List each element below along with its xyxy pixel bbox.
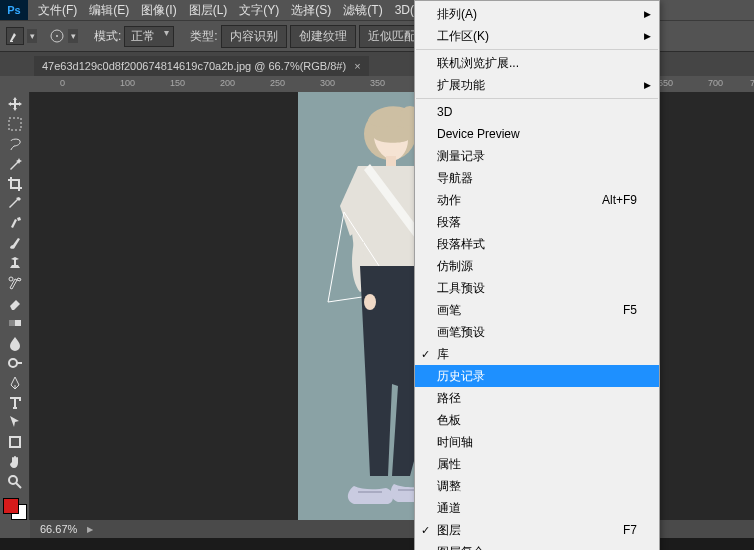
menu-item[interactable]: Device Preview (415, 123, 659, 145)
eraser-tool[interactable] (4, 293, 26, 313)
menu-item[interactable]: 时间轴 (415, 431, 659, 453)
menu-filter[interactable]: 滤镜(T) (337, 0, 388, 21)
zoom-tool[interactable] (4, 472, 26, 492)
dodge-tool[interactable] (4, 353, 26, 373)
menu-item-label: 画笔预设 (437, 324, 637, 341)
color-swatches[interactable] (3, 498, 27, 520)
menu-item[interactable]: 画笔F5 (415, 299, 659, 321)
menu-item-label: 路径 (437, 390, 637, 407)
document-tab[interactable]: 47e63d129c0d8f200674814619c70a2b.jpg @ 6… (34, 56, 369, 76)
type-tool[interactable] (4, 393, 26, 413)
menu-item-label: 色板 (437, 412, 637, 429)
magic-wand-tool[interactable] (4, 154, 26, 174)
crop-tool[interactable] (4, 174, 26, 194)
menu-item-label: 导航器 (437, 170, 637, 187)
menu-type[interactable]: 文字(Y) (233, 0, 285, 21)
menu-file[interactable]: 文件(F) (32, 0, 83, 21)
menu-item[interactable]: 工具预设 (415, 277, 659, 299)
check-icon: ✓ (421, 524, 430, 537)
menu-item[interactable]: 导航器 (415, 167, 659, 189)
brush-size-icon[interactable] (49, 28, 65, 44)
menu-item[interactable]: 历史记录 (415, 365, 659, 387)
lasso-tool[interactable] (4, 134, 26, 154)
tab-close-icon[interactable]: × (354, 60, 360, 72)
menu-item[interactable]: 图层复合 (415, 541, 659, 550)
app-logo: Ps (0, 0, 28, 20)
menu-item[interactable]: 路径 (415, 387, 659, 409)
gradient-tool[interactable] (4, 313, 26, 333)
mode-label: 模式: (94, 28, 121, 45)
menu-item-label: 工具预设 (437, 280, 637, 297)
brush-size-dropdown[interactable] (68, 29, 78, 43)
menu-item-label: 扩展功能 (437, 77, 637, 94)
menu-item-label: 调整 (437, 478, 637, 495)
type-label: 类型: (190, 28, 217, 45)
menu-item[interactable]: 画笔预设 (415, 321, 659, 343)
marquee-tool[interactable] (4, 114, 26, 134)
menu-item[interactable]: 段落样式 (415, 233, 659, 255)
menu-item[interactable]: 3D (415, 101, 659, 123)
toolbox (0, 92, 30, 520)
eyedropper-tool[interactable] (4, 194, 26, 214)
menu-item[interactable]: 色板 (415, 409, 659, 431)
menu-item[interactable]: ✓库 (415, 343, 659, 365)
svg-rect-3 (9, 118, 21, 130)
tool-preset-icon[interactable] (6, 27, 24, 45)
menu-item[interactable]: 调整 (415, 475, 659, 497)
menu-item[interactable]: ✓图层F7 (415, 519, 659, 541)
menu-item-label: 通道 (437, 500, 637, 517)
menu-item[interactable]: 仿制源 (415, 255, 659, 277)
zoom-level[interactable]: 66.67% (40, 523, 77, 535)
menu-separator (416, 49, 658, 50)
ruler-tick: 200 (220, 78, 235, 88)
menu-item-label: 库 (437, 346, 637, 363)
menu-item[interactable]: 属性 (415, 453, 659, 475)
ruler-tick: 750 (750, 78, 754, 88)
create-texture-button[interactable]: 创建纹理 (290, 25, 356, 48)
svg-point-17 (364, 294, 376, 310)
menu-select[interactable]: 选择(S) (285, 0, 337, 21)
healing-brush-tool[interactable] (4, 213, 26, 233)
ruler-tick: 300 (320, 78, 335, 88)
menu-edit[interactable]: 编辑(E) (83, 0, 135, 21)
svg-rect-8 (10, 437, 20, 447)
svg-point-4 (9, 277, 13, 281)
menu-item-label: 仿制源 (437, 258, 637, 275)
menu-item[interactable]: 联机浏览扩展... (415, 52, 659, 74)
ruler-tick: 250 (270, 78, 285, 88)
shape-tool[interactable] (4, 432, 26, 452)
pen-tool[interactable] (4, 373, 26, 393)
menu-item[interactable]: 测量记录 (415, 145, 659, 167)
menu-item-shortcut: Alt+F9 (602, 193, 637, 207)
check-icon: ✓ (421, 348, 430, 361)
foreground-color-swatch[interactable] (3, 498, 19, 514)
menu-item[interactable]: 动作Alt+F9 (415, 189, 659, 211)
menu-item[interactable]: 扩展功能 (415, 74, 659, 96)
history-brush-tool[interactable] (4, 273, 26, 293)
svg-point-9 (9, 476, 17, 484)
brush-tool[interactable] (4, 233, 26, 253)
blur-tool[interactable] (4, 333, 26, 353)
menu-item[interactable]: 段落 (415, 211, 659, 233)
menu-item-label: 属性 (437, 456, 637, 473)
ruler-tick: 150 (170, 78, 185, 88)
menu-image[interactable]: 图像(I) (135, 0, 182, 21)
clone-stamp-tool[interactable] (4, 253, 26, 273)
mode-select[interactable]: 正常 (124, 26, 174, 47)
menu-item[interactable]: 通道 (415, 497, 659, 519)
menu-item-label: 段落样式 (437, 236, 637, 253)
content-aware-button[interactable]: 内容识别 (221, 25, 287, 48)
menu-item[interactable]: 工作区(K) (415, 25, 659, 47)
menu-item-label: 排列(A) (437, 6, 637, 23)
tool-preset-dropdown[interactable] (27, 29, 37, 43)
move-tool[interactable] (4, 94, 26, 114)
hand-tool[interactable] (4, 452, 26, 472)
path-selection-tool[interactable] (4, 413, 26, 433)
menu-item-label: 联机浏览扩展... (437, 55, 637, 72)
ruler-tick: 0 (60, 78, 65, 88)
ruler-tick: 700 (708, 78, 723, 88)
ruler-tick: 350 (370, 78, 385, 88)
window-menu: 排列(A)工作区(K)联机浏览扩展...扩展功能3DDevice Preview… (414, 0, 660, 550)
menu-item[interactable]: 排列(A) (415, 3, 659, 25)
menu-layer[interactable]: 图层(L) (183, 0, 234, 21)
